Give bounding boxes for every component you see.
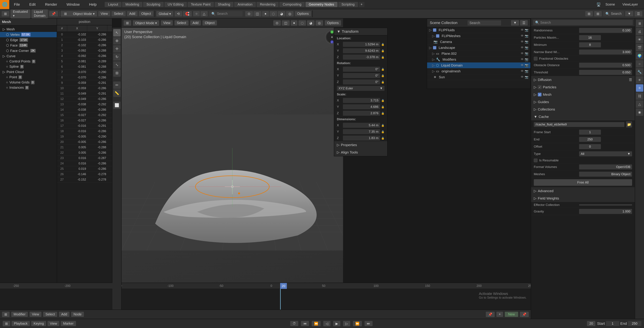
particles-section[interactable]: ▷ ✓ Particles [531, 83, 635, 91]
particles-max-value[interactable]: 16 [579, 35, 601, 40]
meshes-format-value[interactable]: Binary Object [579, 172, 632, 177]
outliner-item-flipmeshes[interactable]: ▷ ⬡ FLIPMeshes 👁 📷 [427, 33, 530, 39]
outliner-display-btn[interactable]: ☰ [520, 20, 528, 26]
next-frame-btn[interactable]: ⏩ [353, 321, 362, 326]
gravity-value[interactable]: 1.000 [579, 209, 632, 214]
outliner-item-originalmesh[interactable]: ▷ ▭ originalmesh 👁 📷 [427, 68, 530, 74]
clock-icon[interactable]: ⏱ [290, 321, 298, 326]
viewport-mode-btn[interactable]: ⊞ [62, 11, 69, 17]
format-volumes-value[interactable]: OpenVDB [579, 165, 632, 170]
cache-path-value[interactable]: //cache_fluid_eb3ef4e9 [534, 122, 624, 127]
viewport-search-box[interactable]: 🔍 Search [209, 11, 242, 17]
table-row[interactable]: 19 -0.005 -0.290 0.049 [57, 134, 112, 139]
node-editor-type-btn[interactable]: ⊞ [2, 312, 10, 317]
table-row[interactable]: 16 -0.027 -0.286 0.048 [57, 118, 112, 123]
lock-x-icon[interactable]: 🔒 [381, 43, 384, 46]
outliner-search-box[interactable]: Search [468, 20, 501, 26]
props-modifier-icon[interactable]: 🔧 [636, 68, 643, 76]
tab-scripting[interactable]: Scripting [338, 2, 358, 7]
location-z-value[interactable]: -3.378 m [343, 55, 380, 60]
render-icon[interactable]: 📷 [525, 28, 528, 32]
tree-item-curve[interactable]: ▷ Curve [0, 53, 57, 59]
playback-btn[interactable]: Playback [12, 321, 30, 326]
render-icon-4[interactable]: 📷 [525, 46, 528, 50]
lock-z-icon[interactable]: 🔒 [381, 56, 384, 59]
rot-lock-y-icon[interactable]: 🔒 [381, 74, 384, 77]
outliner-item-modifiers[interactable]: ▷ 🔧 Modifiers 👁 📷 [427, 57, 530, 63]
evaluated-btn[interactable]: Evaluated ▾ [10, 9, 30, 18]
vp-object[interactable]: Object [202, 20, 217, 26]
props-search-box[interactable]: 🔍 Search [533, 20, 633, 25]
eye-icon-4[interactable]: 👁 [521, 46, 524, 50]
viewport-canvas[interactable]: User Perspective (20) Scene Collection |… [122, 28, 343, 319]
measure-tool-btn[interactable]: 📏 [113, 90, 120, 97]
global-btn[interactable]: Global ▾ [156, 11, 173, 17]
props-constraints-icon[interactable]: ⛓ [636, 92, 643, 100]
transform-tool-btn[interactable]: ⊞ [113, 69, 120, 77]
props-render-icon[interactable]: 🖥 [636, 20, 643, 27]
align-tools-section[interactable]: ▷ Align Tools [334, 149, 387, 156]
tab-sculpting[interactable]: Sculpting [143, 2, 164, 7]
rotation-mode-selector[interactable]: XYZ Euler ▼ [337, 86, 384, 91]
scale-tool-btn[interactable]: ⤡ [113, 61, 120, 69]
render-icon-2[interactable]: 📷 [525, 34, 528, 38]
menu-file[interactable]: File [9, 0, 24, 9]
mesh-checkbox[interactable]: ✓ [538, 93, 542, 96]
table-row[interactable]: 14 -0.038 -0.286 0.049 [57, 107, 112, 112]
tab-shading[interactable]: Shading [214, 2, 234, 7]
render-btn[interactable]: ◎ [286, 11, 294, 17]
guides-section[interactable]: ▷ Guides [531, 98, 635, 106]
render-icon-7[interactable]: 📷 [525, 64, 528, 67]
object-name-btn[interactable]: Liquid Domain [32, 9, 48, 18]
col-y[interactable]: Y [87, 25, 107, 32]
object-mode-btn[interactable]: Object Mode ▾ [70, 11, 97, 17]
render-icon-5[interactable]: 📷 [525, 52, 528, 55]
dim-x-value[interactable]: 5.44 m [343, 123, 380, 128]
node-view-btn[interactable]: View [30, 312, 42, 317]
editor-type-btn[interactable]: ⊞ [2, 11, 9, 17]
table-row[interactable]: 20 -0.005 -0.286 0.048 [57, 139, 112, 145]
tree-item-point-cloud[interactable]: ▷ Point Cloud [0, 69, 57, 75]
narrow-band-value[interactable]: 3.000 [579, 50, 632, 55]
effector-collection-value[interactable] [579, 204, 632, 206]
tab-layout[interactable]: Layout [105, 2, 122, 7]
go-to-end-btn[interactable]: ⏭ [364, 321, 372, 326]
render-icon-8[interactable]: 📷 [525, 69, 528, 73]
dim-lock-z-icon[interactable]: 🔒 [381, 136, 384, 140]
tree-item-vertex[interactable]: ⬡ Vertex 57.0K [0, 32, 57, 37]
menu-render[interactable]: Render [40, 0, 62, 9]
field-weights-section[interactable]: ▷ Field Weights [531, 195, 635, 202]
table-row[interactable]: 1 -0.103 -0.286 0.049 [57, 37, 112, 43]
dim-lock-y-icon[interactable]: 🔒 [381, 130, 384, 133]
vp-solid-icon[interactable]: ● [291, 20, 298, 26]
render-icon-3[interactable]: 📷 [525, 40, 528, 44]
col-z[interactable]: Z [107, 25, 112, 32]
mesh-section[interactable]: ▷ ✓ Mesh [531, 91, 635, 98]
current-frame-display[interactable]: 20 [587, 321, 595, 326]
outliner-item-landscape[interactable]: ▷ ⬡ Landscape 👁 📷 [427, 45, 530, 51]
vp-xray-icon[interactable]: ◫ [282, 20, 290, 26]
offset-value[interactable]: 0 [579, 144, 601, 149]
minimum-value[interactable]: 8 [579, 42, 601, 47]
marker-btn[interactable]: Marker [61, 321, 76, 326]
go-to-start-btn[interactable]: ⏮ [301, 321, 309, 326]
rt-btn-1[interactable]: ⊞ [585, 11, 593, 17]
particles-checkbox[interactable]: ✓ [538, 85, 542, 89]
props-material-icon[interactable]: ◉ [636, 108, 643, 116]
advanced-section[interactable]: ▷ Advanced [531, 187, 635, 195]
frame-start-value[interactable]: 1 [579, 130, 601, 135]
eye-icon-2[interactable]: 👁 [521, 34, 524, 38]
fractional-obstacles-checkbox[interactable] [534, 57, 538, 60]
node-node-btn[interactable]: Node [71, 312, 84, 317]
tree-item-face[interactable]: ⬡ Face 114K [0, 43, 57, 48]
col-x[interactable]: X [67, 25, 87, 32]
play-btn[interactable]: ▶ [333, 321, 340, 326]
outliner-item-liquid-domain[interactable]: ▷ ⬡ Liquid Domain 👁 📷 [427, 63, 530, 68]
solid-btn[interactable]: ● [262, 11, 269, 17]
select-btn[interactable]: Select [112, 11, 126, 16]
props-physics-icon[interactable]: ⚛ [636, 84, 643, 92]
vp-view[interactable]: View [161, 20, 173, 26]
vp-render-icon[interactable]: ◎ [316, 20, 323, 26]
eye-icon-6[interactable]: 👁 [521, 58, 524, 61]
node-modifier-btn[interactable]: Modifier [11, 312, 28, 317]
